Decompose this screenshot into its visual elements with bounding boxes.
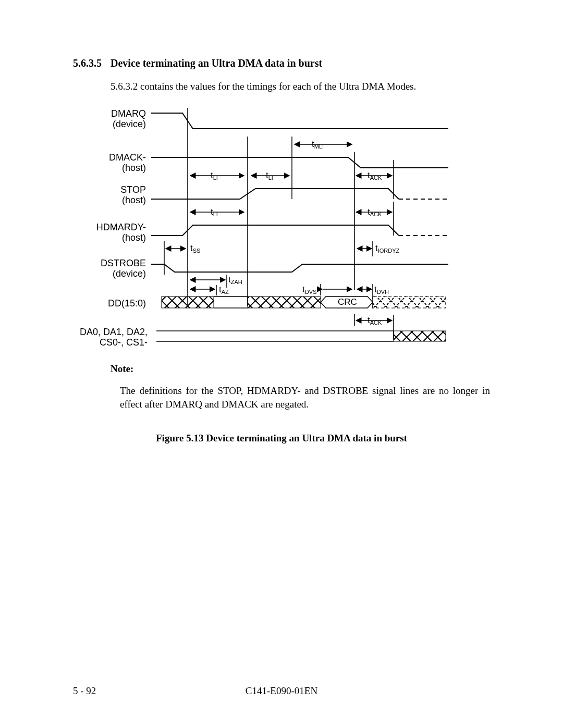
figure-caption: Figure 5.13 Device terminating an Ultra …	[73, 433, 490, 444]
timing-diagram: DMARQ (device) DMACK- (host) STOP (host)…	[83, 108, 448, 348]
timing-tACK-1: tACK	[368, 170, 382, 181]
timing-tLI-2: tLI	[266, 170, 273, 181]
svg-rect-35	[394, 331, 446, 341]
timing-diagram-svg	[83, 108, 448, 348]
timing-tIORDYZ: tIORDYZ	[375, 243, 399, 254]
svg-rect-28	[248, 297, 321, 308]
page: 5.6.3.5Device terminating an Ultra DMA d…	[0, 0, 563, 728]
footer-doc-id: C141-E090-01EN	[73, 685, 490, 697]
timing-tACK-2: tACK	[368, 207, 382, 217]
timing-tDVS: tDVS	[302, 285, 316, 295]
footer-page-number: 5 - 92	[73, 685, 96, 697]
page-footer: 5 - 92 C141-E090-01EN	[73, 685, 490, 697]
intro-text: 5.6.3.2 contains the values for the timi…	[111, 81, 490, 92]
svg-rect-29	[373, 297, 446, 308]
note-body: The definitions for the STOP, HDMARDY- a…	[120, 384, 490, 411]
section-heading: 5.6.3.5Device terminating an Ultra DMA d…	[73, 57, 490, 69]
timing-tLI-3: tLI	[211, 207, 218, 217]
note-label: Note:	[111, 363, 490, 375]
timing-tLI-1: tLI	[211, 170, 218, 181]
crc-label: CRC	[338, 297, 357, 307]
timing-tSS: tSS	[190, 243, 200, 254]
timing-tDVH: tDVH	[374, 285, 389, 295]
section-number: 5.6.3.5	[73, 57, 111, 69]
svg-rect-25	[162, 297, 214, 308]
timing-tACK-3: tACK	[368, 315, 382, 326]
timing-tMLI: tMLI	[312, 139, 324, 150]
timing-tZAH: tZAH	[228, 275, 242, 285]
timing-tAZ: tAZ	[219, 285, 229, 295]
section-title: Device terminating an Ultra DMA data in …	[111, 57, 322, 69]
